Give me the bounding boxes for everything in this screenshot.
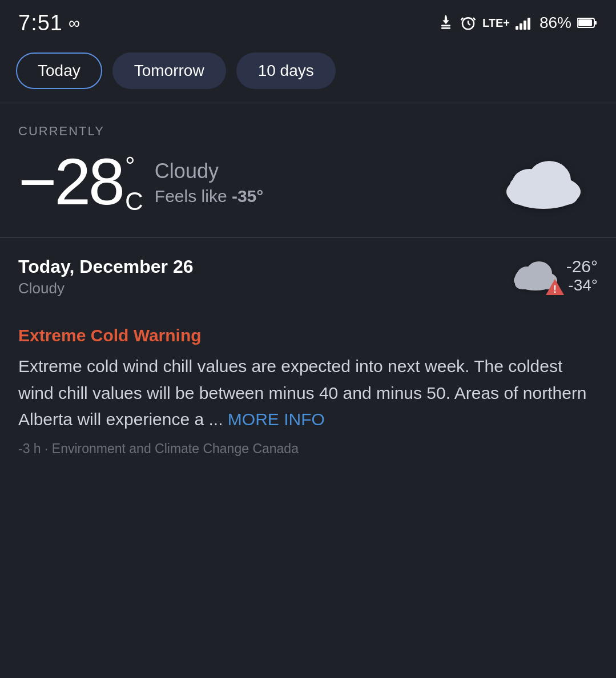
- tab-10days[interactable]: 10 days: [236, 53, 336, 89]
- feels-like: Feels like -35°: [155, 187, 263, 206]
- svg-rect-5: [516, 26, 518, 30]
- currently-main: −28 ° C Cloudy Feels like -35°: [18, 149, 598, 215]
- tab-bar: Today Tomorrow 10 days: [0, 41, 616, 103]
- current-condition: Cloudy: [155, 159, 263, 183]
- today-header: Today, December 26 Cloudy !: [18, 256, 598, 297]
- current-temperature: −28: [18, 149, 123, 215]
- currently-label: CURRENTLY: [18, 124, 598, 139]
- battery-icon: [577, 17, 598, 29]
- svg-rect-11: [578, 19, 592, 26]
- today-info: Today, December 26 Cloudy: [18, 256, 194, 297]
- today-date: Today, December 26: [18, 256, 194, 277]
- today-section: Today, December 26 Cloudy !: [0, 238, 616, 314]
- signal-icon: [516, 15, 534, 30]
- svg-line-4: [468, 23, 470, 25]
- voicemail-icon: ∞: [69, 14, 80, 33]
- lte-label: LTE+: [482, 17, 510, 30]
- today-condition: Cloudy: [18, 280, 194, 297]
- cloud-icon: [498, 151, 586, 213]
- today-high-temp: -26°: [566, 257, 598, 276]
- battery-percent: 86%: [539, 14, 571, 32]
- tab-tomorrow[interactable]: Tomorrow: [112, 53, 226, 89]
- tab-today[interactable]: Today: [16, 53, 102, 89]
- today-low-temp: -34°: [568, 276, 598, 294]
- alarm-icon: [460, 14, 477, 31]
- svg-text:!: !: [553, 284, 557, 295]
- svg-rect-0: [441, 25, 450, 26]
- svg-rect-1: [441, 27, 450, 29]
- status-bar: 7:51 ∞ LTE+ 86%: [0, 0, 616, 41]
- today-cloud-alert-icon: !: [508, 256, 559, 295]
- status-icons: LTE+ 86%: [438, 14, 598, 32]
- degree-symbol: °: [125, 154, 143, 179]
- celsius-symbol: C: [125, 189, 143, 214]
- warning-body: Extreme cold wind chill values are expec…: [18, 353, 598, 433]
- warning-title: Extreme Cold Warning: [18, 326, 598, 345]
- cloudy-icon: [498, 151, 586, 211]
- svg-rect-6: [520, 23, 522, 30]
- svg-rect-10: [594, 21, 597, 25]
- warning-section: Extreme Cold Warning Extreme cold wind c…: [0, 314, 616, 474]
- currently-section: CURRENTLY −28 ° C Cloudy Feels like -35°: [0, 103, 616, 237]
- warning-source: -3 h · Environment and Climate Change Ca…: [18, 441, 598, 457]
- more-info-button[interactable]: MORE INFO: [228, 410, 325, 429]
- svg-rect-8: [528, 18, 530, 30]
- svg-rect-7: [524, 21, 526, 30]
- status-time: 7:51: [18, 11, 63, 35]
- today-weather-right: ! -26° -34°: [508, 256, 598, 295]
- svg-rect-16: [509, 188, 578, 205]
- download-icon: [438, 14, 454, 32]
- today-temperatures: -26° -34°: [566, 257, 598, 294]
- alert-triangle-icon: !: [545, 277, 565, 300]
